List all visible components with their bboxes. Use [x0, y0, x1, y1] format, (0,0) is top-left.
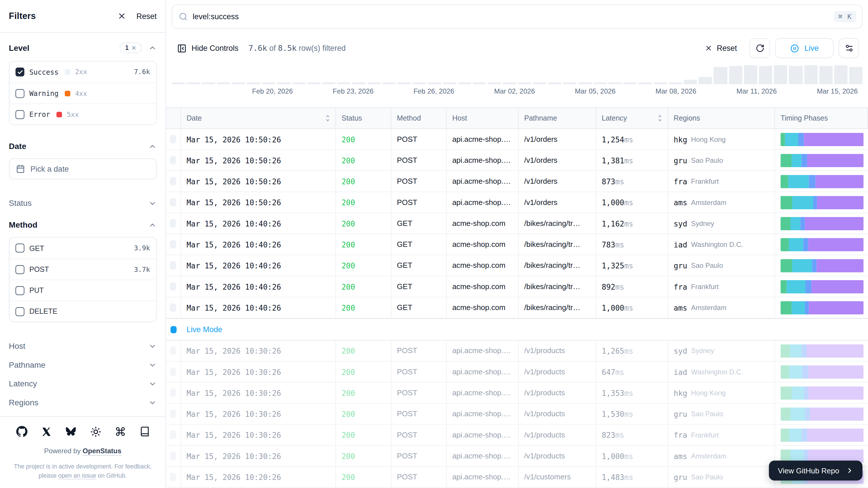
histogram-bar[interactable] [277, 82, 290, 84]
checkbox-checked[interactable] [16, 67, 24, 77]
section-header-latency[interactable]: Latency [9, 374, 157, 393]
histogram-bar[interactable] [217, 82, 230, 84]
command-icon[interactable] [115, 426, 125, 437]
level-option-error[interactable]: Error5xx [9, 103, 156, 125]
histogram-bar[interactable] [774, 65, 787, 84]
checkbox-unchecked[interactable] [16, 286, 24, 295]
histogram-bar[interactable] [684, 80, 697, 84]
open-issue-link[interactable]: open an issue [58, 472, 96, 479]
histogram-bar[interactable] [412, 82, 426, 84]
table-row[interactable]: Mar 15, 2026 10:30:26200POSTapi.acme-sho… [166, 425, 868, 446]
table-row[interactable]: Mar 15, 2026 10:50:26200POSTapi.acme-sho… [166, 129, 868, 150]
histogram-bar[interactable] [593, 82, 607, 84]
table-row[interactable]: Mar 15, 2026 10:40:26200GETacme-shop.com… [166, 297, 868, 318]
histogram-bar[interactable] [834, 65, 848, 84]
section-header-host[interactable]: Host [9, 337, 157, 356]
histogram-bar[interactable] [699, 77, 712, 84]
column-header-status[interactable]: Status [336, 108, 392, 128]
histogram-bar[interactable] [382, 82, 396, 84]
column-header-pathname[interactable]: Pathname [519, 108, 596, 128]
column-header-method[interactable]: Method [391, 108, 446, 128]
histogram-bar[interactable] [623, 82, 637, 84]
row-checkbox[interactable] [170, 431, 176, 439]
histogram-bar[interactable] [473, 82, 486, 84]
level-option-success[interactable]: Success2xx7.6k [9, 61, 156, 82]
close-filters-button[interactable] [115, 9, 129, 23]
histogram-bar[interactable] [503, 82, 516, 84]
column-header-timing-phases[interactable]: Timing Phases [775, 108, 868, 128]
method-section-header[interactable]: Method [9, 218, 157, 232]
histogram-bar[interactable] [518, 82, 532, 84]
histogram-bar[interactable] [247, 82, 260, 84]
row-checkbox[interactable] [170, 368, 176, 376]
row-checkbox[interactable] [170, 177, 176, 185]
date-picker-input[interactable]: Pick a date [9, 158, 157, 179]
openstatus-link[interactable]: OpenStatus [83, 447, 121, 455]
histogram-bar[interactable] [744, 65, 757, 84]
table-row[interactable]: Mar 15, 2026 10:50:26200POSTapi.acme-sho… [166, 150, 868, 171]
table-row[interactable]: Mar 15, 2026 10:50:26200POSTapi.acme-sho… [166, 192, 868, 213]
sort-icon[interactable] [656, 114, 663, 122]
table-row[interactable]: Mar 15, 2026 10:40:26200GETacme-shop.com… [166, 234, 868, 255]
histogram-bar[interactable] [443, 82, 456, 84]
row-checkbox[interactable] [170, 198, 176, 206]
view-settings-button[interactable] [839, 38, 859, 58]
column-header-latency[interactable]: Latency [596, 108, 668, 128]
histogram-bar[interactable] [729, 66, 742, 84]
histogram-bar[interactable] [759, 66, 772, 84]
row-checkbox[interactable] [170, 156, 176, 164]
date-histogram[interactable]: Feb 20, 2026Feb 23, 2026Feb 26, 2026Mar … [166, 63, 868, 98]
search-input[interactable] [193, 12, 829, 21]
x-icon[interactable] [41, 427, 51, 437]
date-section-header[interactable]: Date [9, 140, 157, 153]
hide-controls-button[interactable]: Hide Controls [173, 40, 243, 56]
search-box[interactable]: ⌘ K [172, 4, 863, 29]
method-option-post[interactable]: POST3.7k [9, 258, 156, 280]
book-icon[interactable] [139, 426, 150, 437]
checkbox-unchecked[interactable] [16, 244, 24, 253]
row-checkbox[interactable] [170, 240, 176, 249]
refresh-button[interactable] [750, 38, 770, 58]
histogram-bar[interactable] [352, 82, 366, 84]
histogram-bar[interactable] [578, 82, 592, 84]
row-checkbox[interactable] [170, 452, 176, 460]
level-section-header[interactable]: Level 1 ✕ [9, 40, 157, 55]
checkbox-unchecked[interactable] [16, 110, 24, 119]
level-option-warning[interactable]: Warning4xx [9, 82, 156, 103]
table-row[interactable]: Mar 15, 2026 10:40:26200GETacme-shop.com… [166, 213, 868, 234]
histogram-bar[interactable] [639, 82, 652, 84]
histogram-bar[interactable] [608, 82, 622, 84]
table-row[interactable]: Mar 15, 2026 10:40:26200GETacme-shop.com… [166, 276, 868, 297]
row-checkbox[interactable] [170, 346, 176, 355]
histogram-bar[interactable] [172, 82, 185, 84]
sort-icon[interactable] [324, 114, 331, 122]
checkbox-unchecked[interactable] [16, 265, 24, 274]
histogram-bar[interactable] [488, 82, 501, 84]
github-icon[interactable] [16, 426, 27, 437]
row-checkbox[interactable] [170, 282, 176, 291]
histogram-bar[interactable] [789, 66, 803, 84]
table-row[interactable]: Mar 15, 2026 10:30:26200POSTapi.acme-sho… [166, 383, 868, 404]
sidebar-reset-button[interactable]: Reset [136, 11, 157, 20]
table-row[interactable]: Mar 15, 2026 10:30:26200POSTapi.acme-sho… [166, 404, 868, 425]
row-checkbox[interactable] [170, 389, 176, 397]
live-mode-row[interactable]: Live Mode [166, 318, 868, 340]
row-checkbox[interactable] [170, 135, 176, 144]
histogram-bar[interactable] [398, 82, 411, 84]
section-header-regions[interactable]: Regions [9, 393, 157, 412]
method-option-delete[interactable]: DELETE [9, 301, 156, 322]
checkbox-unchecked[interactable] [16, 307, 24, 316]
histogram-bar[interactable] [654, 82, 667, 84]
histogram-bar[interactable] [563, 82, 577, 84]
histogram-bar[interactable] [322, 82, 336, 84]
sun-icon[interactable] [90, 426, 101, 437]
table-row[interactable]: Mar 15, 2026 10:40:26200GETacme-shop.com… [166, 255, 868, 276]
table-row[interactable]: Mar 15, 2026 10:30:26200POSTapi.acme-sho… [166, 361, 868, 383]
section-header-status[interactable]: Status [9, 194, 157, 213]
row-checkbox[interactable] [170, 473, 176, 481]
row-checkbox[interactable] [170, 303, 176, 312]
row-checkbox[interactable] [170, 219, 176, 227]
level-filter-badge[interactable]: 1 ✕ [120, 42, 142, 53]
table-row[interactable]: Mar 15, 2026 10:50:26200POSTapi.acme-sho… [166, 171, 868, 192]
histogram-bar[interactable] [819, 66, 833, 84]
